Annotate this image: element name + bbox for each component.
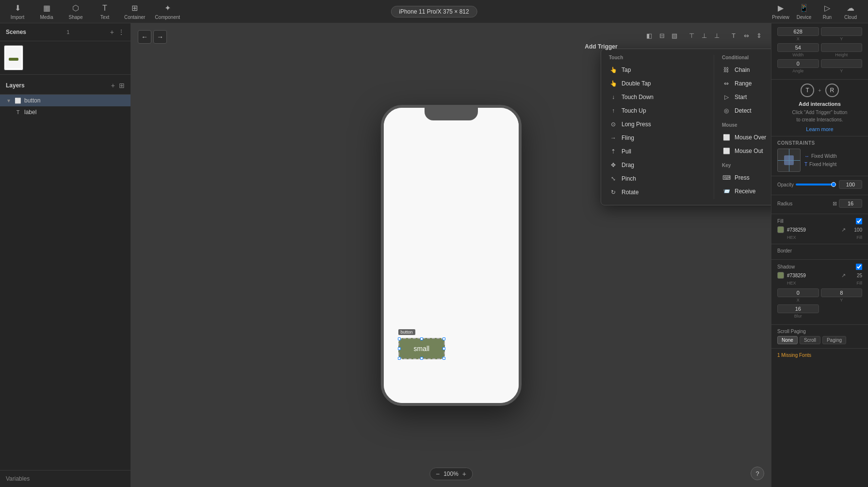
angle-input[interactable] — [777, 59, 819, 68]
align-left-icon[interactable]: ◧ — [644, 30, 655, 41]
add-layer-button[interactable]: + — [111, 82, 115, 89]
trigger-double-tap[interactable]: 👆 Double Tap — [605, 77, 710, 90]
fixed-width-icon: ↔ — [804, 153, 809, 159]
sel-handle-mr[interactable] — [442, 347, 445, 350]
opacity-slider[interactable] — [796, 184, 836, 185]
shadow-color-swatch[interactable] — [777, 272, 784, 279]
align-top-icon[interactable]: ⊤ — [686, 30, 697, 41]
sel-handle-ml[interactable] — [398, 347, 401, 350]
align-middle-v-icon[interactable]: ⊥ — [699, 30, 709, 41]
fixed-height-icon: T — [804, 162, 807, 167]
scene-options-button[interactable]: ⋮ — [118, 28, 125, 36]
width-field: Width — [777, 43, 819, 57]
zoom-in-button[interactable]: + — [462, 470, 466, 478]
scroll-scroll-button[interactable]: Scroll — [800, 336, 820, 344]
sel-handle-tl[interactable] — [398, 337, 401, 340]
trigger-chain[interactable]: ⛓ Chain — [718, 63, 771, 77]
trigger-touch-up[interactable]: ↑ Touch Up — [605, 104, 710, 118]
trigger-pinch[interactable]: ⤡ Pinch — [605, 172, 710, 185]
align-right-icon[interactable]: ▧ — [669, 30, 680, 41]
nav-forward-button[interactable]: → — [153, 30, 167, 44]
sel-handle-br[interactable] — [442, 357, 445, 360]
trigger-touch-down[interactable]: ↓ Touch Down — [605, 90, 710, 104]
shadow-x-input[interactable] — [777, 288, 819, 297]
canvas-nav: ← → — [138, 30, 167, 44]
scene-thumbnail[interactable] — [4, 45, 23, 70]
trigger-start[interactable]: ▷ Start — [718, 90, 771, 104]
missing-fonts-warning[interactable]: 1 Missing Fonts — [771, 349, 868, 362]
run-button[interactable]: ▷ Run — [818, 3, 837, 20]
fill-link-button[interactable]: ↗ — [841, 227, 846, 233]
trigger-mouse-out[interactable]: ⬜ Mouse Out — [718, 144, 771, 158]
preview-button[interactable]: ▶ Preview — [771, 3, 790, 20]
trigger-range[interactable]: ⇔ Range — [718, 77, 771, 90]
x-input[interactable] — [777, 27, 819, 36]
container-button[interactable]: ⊞ Container — [124, 3, 145, 20]
align-center-h-icon[interactable]: ⊟ — [656, 30, 667, 41]
scroll-none-button[interactable]: None — [777, 336, 798, 344]
sel-handle-tm[interactable] — [420, 337, 423, 340]
add-scene-button[interactable]: + — [110, 28, 114, 36]
fill-toggle[interactable] — [856, 218, 862, 224]
fill-labels: HEX Fill — [777, 235, 862, 240]
device-selector[interactable]: iPhone 11 Pro/X 375 × 812 — [391, 6, 477, 17]
distribute-h-icon[interactable]: ⇔ — [741, 30, 752, 41]
constraints-line-v — [789, 149, 789, 171]
sel-handle-bm[interactable] — [420, 357, 423, 360]
trigger-pull[interactable]: ⇡ Pull — [605, 145, 710, 158]
text-format-icon[interactable]: T — [728, 30, 739, 41]
layer-item-label[interactable]: T label — [0, 106, 131, 118]
fill-color-swatch[interactable] — [777, 226, 784, 233]
component-button[interactable]: ✦ Component — [155, 3, 180, 20]
scroll-options: None Scroll Paging — [777, 336, 862, 344]
canvas-area[interactable]: ← → ◧ ⊟ ▧ ⊤ ⊥ ⊥ T ⇔ ⇕ button small — [131, 23, 771, 487]
opacity-input[interactable] — [839, 180, 862, 189]
trigger-rotate[interactable]: ↻ Rotate — [605, 185, 710, 199]
fill-section: Fill #738259 ↗ 100 HEX Fill — [771, 214, 868, 244]
button-rect[interactable]: small — [398, 338, 445, 359]
shadow-x-label: X — [777, 298, 819, 302]
variables-section[interactable]: Variables — [0, 470, 131, 487]
trigger-receive[interactable]: 📨 Receive — [718, 185, 771, 198]
height-label: Height — [821, 52, 863, 57]
distribute-v-icon[interactable]: ⇕ — [753, 30, 764, 41]
layer-item-button[interactable]: ▼ ⬜ button — [0, 95, 131, 106]
trigger-mouse-over[interactable]: ⬜ Mouse Over — [718, 131, 771, 144]
dropdown-conditional-title: Conditional — [718, 55, 771, 63]
trigger-fling[interactable]: → Fling — [605, 131, 710, 145]
cloud-button[interactable]: ☁ Cloud — [841, 3, 860, 20]
media-button[interactable]: ▦ Media — [37, 3, 56, 20]
angle-y-input[interactable] — [821, 59, 863, 68]
trigger-press[interactable]: ⌨ Press — [718, 171, 771, 185]
text-button[interactable]: T Text — [95, 3, 115, 20]
help-button[interactable]: ? — [751, 467, 764, 480]
phone-content: button small — [384, 108, 519, 403]
layer-options-button[interactable]: ⊞ — [119, 82, 125, 89]
y-input[interactable] — [821, 27, 863, 36]
opacity-row: Opacity — [777, 180, 862, 189]
scroll-paging-button[interactable]: Paging — [822, 336, 846, 344]
layer-label-name: label — [24, 109, 36, 116]
radius-corners-icon[interactable]: ⊠ — [833, 201, 837, 207]
shape-button[interactable]: ⬡ Shape — [66, 3, 85, 20]
import-button[interactable]: ⬇ Import — [8, 3, 27, 20]
shadow-y-input[interactable] — [821, 288, 863, 297]
nav-back-button[interactable]: ← — [138, 30, 151, 44]
shadow-toggle[interactable] — [856, 264, 862, 270]
sel-handle-tr[interactable] — [442, 337, 445, 340]
trigger-tap[interactable]: 👆 Tap — [605, 63, 710, 77]
sel-handle-bl[interactable] — [398, 357, 401, 360]
trigger-drag[interactable]: ✥ Drag — [605, 158, 710, 172]
trigger-detect[interactable]: ◎ Detect — [718, 104, 771, 118]
height-input[interactable] — [821, 43, 863, 52]
learn-more-link[interactable]: Learn more — [777, 126, 862, 132]
shadow-link-button[interactable]: ↗ — [841, 272, 846, 279]
zoom-out-button[interactable]: − — [436, 470, 440, 478]
radius-input[interactable] — [839, 199, 862, 208]
button-element[interactable]: button small — [398, 338, 445, 359]
align-bottom-icon[interactable]: ⊥ — [711, 30, 722, 41]
shadow-blur-input[interactable] — [777, 304, 819, 313]
trigger-long-press[interactable]: ⊙ Long Press — [605, 118, 710, 131]
device-button[interactable]: 📱 Device — [794, 3, 814, 20]
width-input[interactable] — [777, 43, 819, 52]
